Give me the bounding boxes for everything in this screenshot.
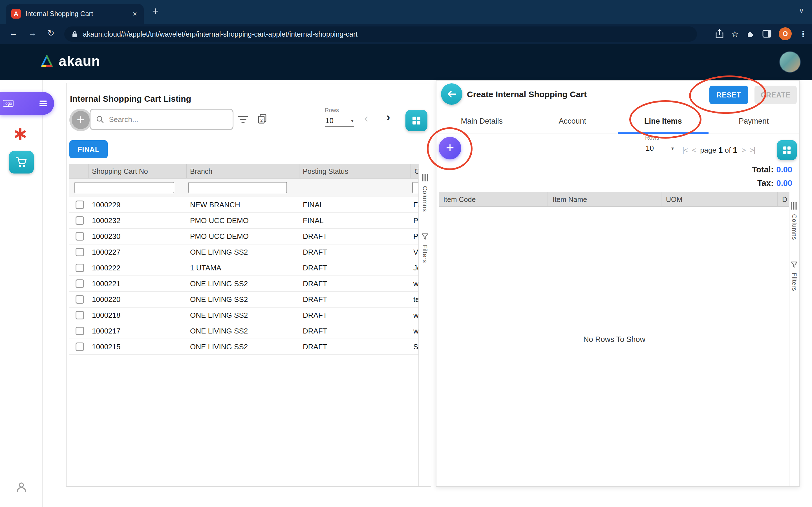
header-posting-status: Posting Status <box>299 164 411 178</box>
bookmark-star-icon[interactable]: ☆ <box>731 29 739 39</box>
filter-input-extra[interactable] <box>412 182 419 193</box>
new-tab-button[interactable]: + <box>152 5 158 17</box>
reload-icon[interactable]: ↻ <box>47 28 54 38</box>
table-row[interactable]: 1000220 ONE LIVING SS2 DRAFT te <box>69 292 419 307</box>
grid-view-button[interactable] <box>405 110 427 131</box>
tab-close-icon[interactable]: × <box>132 10 138 18</box>
lock-icon <box>71 31 78 38</box>
duplicate-pages-icon[interactable]: 2 <box>257 114 267 126</box>
cell-cart-no: 1000215 <box>89 342 187 351</box>
side-panel-icon[interactable] <box>762 30 771 38</box>
table-row[interactable]: 1000215 ONE LIVING SS2 DRAFT SE <box>69 339 419 355</box>
cart-table: Shopping Cart No Branch Posting Status C… <box>69 164 419 355</box>
reset-button[interactable]: RESET <box>709 86 748 104</box>
filter-list-icon[interactable] <box>238 115 249 126</box>
empty-state-text: No Rows To Show <box>439 335 790 344</box>
browser-menu-icon[interactable]: ⋮ <box>799 29 808 39</box>
sidebar-logo-pill[interactable]: logo <box>0 92 54 115</box>
user-avatar[interactable] <box>779 51 801 73</box>
row-checkbox[interactable] <box>75 264 84 272</box>
next-page-icon[interactable]: > <box>742 146 745 155</box>
search-input[interactable] <box>108 115 227 124</box>
table-row[interactable]: 1000230 PMO UCC DEMO DRAFT PN <box>69 229 419 244</box>
filters-tab[interactable]: Filters <box>421 244 428 263</box>
back-button[interactable] <box>441 83 462 105</box>
row-checkbox[interactable] <box>75 216 84 225</box>
browser-profile-avatar[interactable]: O <box>779 27 792 40</box>
row-checkbox[interactable] <box>75 327 84 335</box>
cell-branch: PMO UCC DEMO <box>187 216 299 225</box>
cell-extra: te <box>411 295 419 304</box>
columns-grip-icon[interactable] <box>422 174 428 181</box>
forward-icon[interactable]: → <box>28 28 37 38</box>
cell-posting-status: DRAFT <box>299 279 411 288</box>
menu-toggle-icon[interactable] <box>40 103 47 104</box>
last-page-icon[interactable]: >| <box>750 146 755 155</box>
row-checkbox[interactable] <box>75 248 84 256</box>
search-box[interactable] <box>90 109 234 130</box>
red-app-icon[interactable] <box>13 127 27 143</box>
row-checkbox[interactable] <box>75 342 84 351</box>
filters-tab[interactable]: Filters <box>791 273 798 291</box>
row-checkbox[interactable] <box>75 295 84 304</box>
browser-tab-strip: A Internal Shopping Cart × + ∨ <box>0 0 812 24</box>
share-icon[interactable] <box>715 29 724 39</box>
first-page-icon[interactable]: |< <box>682 146 688 155</box>
table-row[interactable]: 1000222 1 UTAMA DRAFT Jo <box>69 260 419 276</box>
table-row[interactable]: 1000227 ONE LIVING SS2 DRAFT VI <box>69 244 419 260</box>
cell-extra: SE <box>411 342 419 351</box>
rows-per-page[interactable]: Rows 10▾ <box>325 107 356 127</box>
row-checkbox[interactable] <box>75 232 84 240</box>
tab-search-chevron-icon[interactable]: ∨ <box>799 6 804 15</box>
rows-per-page[interactable]: Rows 10▾ <box>645 135 677 154</box>
cell-branch: ONE LIVING SS2 <box>187 279 299 288</box>
tab-title: Internal Shopping Cart <box>26 10 127 18</box>
cell-posting-status: DRAFT <box>299 232 411 241</box>
header-extra: C <box>411 164 419 178</box>
filters-funnel-icon[interactable] <box>791 262 798 268</box>
prev-page-icon[interactable]: < <box>692 146 696 155</box>
columns-tab[interactable]: Columns <box>421 186 428 212</box>
tab-account[interactable]: Account <box>527 109 618 133</box>
panel-title: Create Internal Shopping Cart <box>467 90 587 99</box>
cell-branch: ONE LIVING SS2 <box>187 342 299 351</box>
table-row[interactable]: 1000232 PMO UCC DEMO FINAL PN <box>69 213 419 229</box>
final-filter-button[interactable]: FINAL <box>69 140 108 158</box>
table-row[interactable]: 1000221 ONE LIVING SS2 DRAFT wa <box>69 276 419 292</box>
cart-icon <box>15 157 28 168</box>
url-text: akaun.cloud/#/applet/tnt/wavelet/erp/int… <box>83 30 357 38</box>
grid-icon <box>412 116 421 125</box>
create-button[interactable]: CREATE <box>755 86 797 104</box>
browser-tab[interactable]: A Internal Shopping Cart × <box>6 4 144 24</box>
tab-line-items[interactable]: Line Items <box>618 109 709 133</box>
tab-main-details[interactable]: Main Details <box>437 109 527 133</box>
columns-tab[interactable]: Columns <box>791 214 798 240</box>
back-icon[interactable]: ← <box>9 28 17 38</box>
table-row[interactable]: 1000218 ONE LIVING SS2 DRAFT wa <box>69 307 419 323</box>
shopping-cart-app-button[interactable] <box>9 151 34 173</box>
table-row[interactable]: 1000217 ONE LIVING SS2 DRAFT wa <box>69 323 419 339</box>
row-checkbox[interactable] <box>75 311 84 320</box>
cell-extra: Jo <box>411 264 419 272</box>
cell-extra: PN <box>411 216 419 225</box>
filters-funnel-icon[interactable] <box>421 233 428 240</box>
columns-grip-icon[interactable] <box>791 202 797 210</box>
table-row[interactable]: 1000229 NEW BRANCH FINAL Fa <box>69 197 419 213</box>
search-icon <box>96 115 104 124</box>
grid-view-button[interactable] <box>777 140 797 160</box>
account-person-icon[interactable] <box>15 481 28 496</box>
add-line-item-button[interactable]: + <box>439 137 461 159</box>
filter-input-cart-no[interactable] <box>74 182 174 193</box>
row-checkbox[interactable] <box>75 201 84 209</box>
extensions-puzzle-icon[interactable] <box>746 29 755 38</box>
next-page-icon[interactable]: › <box>386 110 390 124</box>
cell-cart-no: 1000222 <box>89 264 187 272</box>
row-checkbox[interactable] <box>75 279 84 288</box>
cell-cart-no: 1000232 <box>89 216 187 225</box>
page-indicator: page 1 of 1 <box>700 146 737 155</box>
tab-payment[interactable]: Payment <box>709 109 799 133</box>
prev-page-icon[interactable]: ‹ <box>364 112 368 125</box>
url-bar[interactable]: akaun.cloud/#/applet/tnt/wavelet/erp/int… <box>64 26 697 42</box>
add-cart-button[interactable]: + <box>69 109 92 131</box>
filter-input-branch[interactable] <box>188 182 287 193</box>
